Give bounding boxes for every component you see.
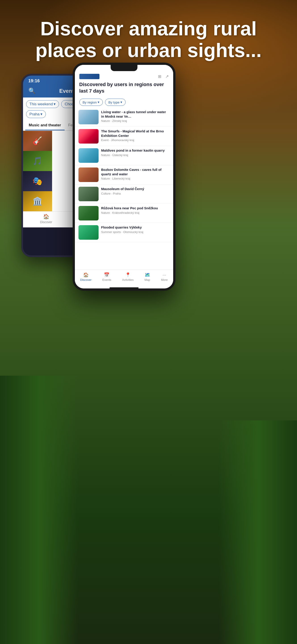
item-text: Flooded quarries Výkleky Summer sports ·… [101, 225, 143, 234]
type-filter[interactable]: By type ▾ [105, 98, 126, 106]
calendar-icon: 📅 [104, 272, 109, 278]
event-thumbnail: 🏛️ [23, 191, 52, 211]
nav-front-more[interactable]: ··· More [161, 272, 168, 282]
list-item[interactable]: Flooded quarries Výkleky Summer sports ·… [75, 223, 173, 242]
event-thumbnail: 🎸 [23, 131, 52, 151]
pin-icon: 📍 [125, 272, 131, 278]
item-text: Living water - a glass tunnel under wate… [101, 110, 170, 122]
hero-section: Discover amazing rural places or urban s… [0, 18, 297, 61]
item-thumbnail [78, 168, 99, 182]
item-thumbnail [78, 148, 99, 163]
list-item[interactable]: Maldives pond in a former kaolin quarry … [75, 146, 173, 165]
bottom-nav-front: 🏠 Discover 📅 Events 📍 Activities 🗺️ Map … [75, 270, 173, 286]
settings-icon[interactable]: ⊞ [158, 74, 161, 79]
home-indicator [109, 287, 139, 288]
status-time: 19:16 [28, 78, 40, 84]
item-thumbnail [78, 110, 99, 124]
home-icon: 🏠 [43, 214, 49, 220]
nav-front-discover[interactable]: 🏠 Discover [80, 272, 92, 282]
chevron-down-icon: ▾ [54, 102, 56, 106]
chevron-down-icon: ▾ [120, 100, 122, 104]
chevron-down-icon: ▾ [40, 112, 42, 116]
app-logo [79, 74, 99, 79]
list-item[interactable]: Bozkov Dolomite Caves - caves full of qu… [75, 165, 173, 184]
nav-front-events[interactable]: 📅 Events [102, 272, 111, 282]
list-item[interactable]: The Smurfs - Magical World at the Brno E… [75, 127, 173, 146]
map-icon: 🗺️ [145, 272, 150, 278]
search-icon[interactable]: 🔍 [28, 88, 35, 94]
item-thumbnail [78, 187, 99, 201]
nav-item-discover[interactable]: 🏠 Discover [40, 214, 52, 224]
weekend-filter[interactable]: This weekend ▾ [26, 100, 59, 108]
share-icon[interactable]: ↗ [165, 74, 169, 79]
item-text: Bozkov Dolomite Caves - caves full of qu… [101, 168, 170, 180]
list-item[interactable]: Living water - a glass tunnel under wate… [75, 108, 173, 127]
item-text: Maldives pond in a former kaolin quarry … [101, 148, 165, 157]
discover-title-section: Discovered by users in regions over last… [75, 82, 173, 97]
discover-section-title: Discovered by users in regions over last… [79, 82, 169, 94]
nav-front-map[interactable]: 🗺️ Map [145, 272, 150, 282]
more-icon: ··· [162, 272, 166, 278]
item-thumbnail [78, 225, 99, 240]
list-item[interactable]: Růžová hora near Pec pod Sněžkou Nature … [75, 204, 173, 223]
city-filter[interactable]: Praha ▾ [26, 110, 46, 118]
item-text: Mausoleum of David Černý Culture · Praha [101, 187, 144, 195]
tab-music-theater[interactable]: Music and theater [25, 121, 65, 130]
bg-trees-left [0, 376, 78, 644]
phone-front-inner: ⊞ ↗ Discovered by users in regions over … [75, 65, 173, 288]
bg-trees-right [219, 420, 297, 644]
discover-list: Living water - a glass tunnel under wate… [75, 108, 173, 270]
item-text: Růžová hora near Pec pod Sněžkou Nature … [101, 206, 158, 214]
chevron-down-icon: ▾ [98, 100, 99, 104]
event-thumbnail: 🎭 [23, 171, 52, 191]
item-thumbnail [78, 129, 99, 144]
region-filter[interactable]: By region ▾ [79, 98, 103, 106]
item-thumbnail [78, 206, 99, 220]
discover-phone: ⊞ ↗ Discovered by users in regions over … [73, 62, 175, 291]
nav-front-activities[interactable]: 📍 Activities [122, 272, 134, 282]
list-item[interactable]: Mausoleum of David Černý Culture · Praha [75, 184, 173, 204]
discover-filters: By region ▾ By type ▾ [75, 97, 173, 108]
phone-notch [111, 65, 137, 71]
home-icon: 🏠 [83, 272, 89, 278]
event-thumbnail: 🎵 [23, 151, 52, 171]
item-text: The Smurfs - Magical World at the Brno E… [101, 129, 170, 142]
hero-title: Discover amazing rural places or urban s… [13, 18, 284, 61]
